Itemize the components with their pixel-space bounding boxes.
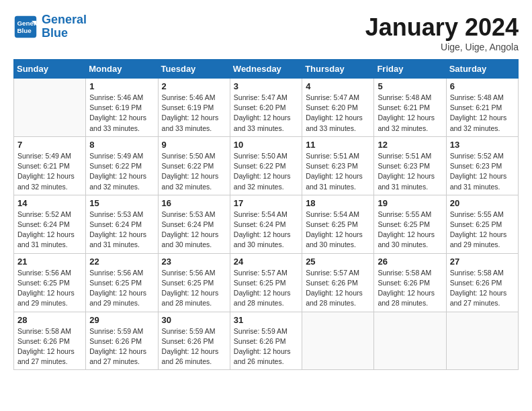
day-info: Sunrise: 5:51 AMSunset: 6:23 PMDaylight:…	[378, 151, 442, 192]
day-info: Sunrise: 5:56 AMSunset: 6:25 PMDaylight:…	[162, 268, 226, 309]
day-number: 12	[378, 140, 442, 150]
day-number: 27	[450, 257, 515, 267]
day-number: 2	[162, 81, 226, 91]
calendar-cell: 5Sunrise: 5:48 AMSunset: 6:21 PMDaylight…	[374, 79, 446, 137]
calendar-cell	[14, 79, 86, 137]
week-row-2: 7Sunrise: 5:49 AMSunset: 6:21 PMDaylight…	[14, 136, 519, 195]
day-info: Sunrise: 5:57 AMSunset: 6:26 PMDaylight:…	[306, 268, 370, 309]
calendar-cell	[446, 312, 518, 370]
svg-text:Blue: Blue	[17, 27, 32, 34]
day-number: 10	[234, 140, 298, 150]
day-info: Sunrise: 5:56 AMSunset: 6:25 PMDaylight:…	[17, 268, 82, 309]
day-number: 26	[378, 257, 442, 267]
page-header: General Blue General Blue January 2024 U…	[13, 13, 519, 52]
column-header-thursday: Thursday	[302, 60, 374, 79]
day-number: 14	[17, 198, 82, 208]
day-number: 22	[89, 257, 154, 267]
day-info: Sunrise: 5:47 AMSunset: 6:20 PMDaylight:…	[306, 93, 370, 134]
day-info: Sunrise: 5:50 AMSunset: 6:22 PMDaylight:…	[234, 151, 298, 192]
calendar-cell	[302, 312, 374, 370]
day-number: 11	[306, 140, 370, 150]
calendar-cell: 18Sunrise: 5:54 AMSunset: 6:25 PMDayligh…	[302, 195, 374, 253]
day-number: 3	[234, 81, 298, 91]
calendar-cell: 11Sunrise: 5:51 AMSunset: 6:23 PMDayligh…	[302, 136, 374, 195]
calendar-cell: 14Sunrise: 5:52 AMSunset: 6:24 PMDayligh…	[14, 195, 86, 253]
calendar-cell: 6Sunrise: 5:48 AMSunset: 6:21 PMDaylight…	[446, 79, 518, 137]
day-info: Sunrise: 5:46 AMSunset: 6:19 PMDaylight:…	[89, 93, 154, 134]
day-number: 30	[162, 315, 226, 325]
calendar-cell: 2Sunrise: 5:46 AMSunset: 6:19 PMDaylight…	[158, 79, 230, 137]
day-info: Sunrise: 5:55 AMSunset: 6:25 PMDaylight:…	[450, 210, 515, 250]
day-info: Sunrise: 5:46 AMSunset: 6:19 PMDaylight:…	[162, 93, 226, 134]
day-number: 6	[450, 81, 515, 91]
calendar-cell: 7Sunrise: 5:49 AMSunset: 6:21 PMDaylight…	[14, 136, 86, 195]
day-info: Sunrise: 5:50 AMSunset: 6:22 PMDaylight:…	[162, 151, 226, 192]
day-info: Sunrise: 5:59 AMSunset: 6:26 PMDaylight:…	[89, 326, 154, 367]
calendar-cell: 25Sunrise: 5:57 AMSunset: 6:26 PMDayligh…	[302, 253, 374, 312]
day-info: Sunrise: 5:59 AMSunset: 6:26 PMDaylight:…	[162, 326, 226, 367]
day-info: Sunrise: 5:52 AMSunset: 6:24 PMDaylight:…	[17, 210, 82, 250]
logo-icon: General Blue	[13, 15, 38, 39]
calendar-cell: 1Sunrise: 5:46 AMSunset: 6:19 PMDaylight…	[86, 79, 158, 137]
calendar-cell: 30Sunrise: 5:59 AMSunset: 6:26 PMDayligh…	[158, 312, 230, 370]
day-number: 28	[17, 315, 82, 325]
calendar-cell: 22Sunrise: 5:56 AMSunset: 6:25 PMDayligh…	[86, 253, 158, 312]
calendar-cell: 13Sunrise: 5:52 AMSunset: 6:23 PMDayligh…	[446, 136, 518, 195]
title-block: January 2024 Uige, Uige, Angola	[365, 13, 519, 52]
calendar-cell: 31Sunrise: 5:59 AMSunset: 6:26 PMDayligh…	[230, 312, 302, 370]
calendar-cell: 8Sunrise: 5:49 AMSunset: 6:22 PMDaylight…	[86, 136, 158, 195]
day-info: Sunrise: 5:58 AMSunset: 6:26 PMDaylight:…	[450, 268, 515, 309]
location-subtitle: Uige, Uige, Angola	[365, 42, 519, 52]
column-header-friday: Friday	[374, 60, 446, 79]
calendar-cell: 27Sunrise: 5:58 AMSunset: 6:26 PMDayligh…	[446, 253, 518, 312]
column-header-wednesday: Wednesday	[230, 60, 302, 79]
calendar-cell: 3Sunrise: 5:47 AMSunset: 6:20 PMDaylight…	[230, 79, 302, 137]
day-number: 19	[378, 198, 442, 208]
calendar-cell: 29Sunrise: 5:59 AMSunset: 6:26 PMDayligh…	[86, 312, 158, 370]
calendar-cell: 19Sunrise: 5:55 AMSunset: 6:25 PMDayligh…	[374, 195, 446, 253]
day-number: 18	[306, 198, 370, 208]
day-number: 20	[450, 198, 515, 208]
day-number: 5	[378, 81, 442, 91]
logo: General Blue General Blue	[13, 13, 87, 40]
week-row-5: 28Sunrise: 5:58 AMSunset: 6:26 PMDayligh…	[14, 312, 519, 370]
day-number: 9	[162, 140, 226, 150]
day-info: Sunrise: 5:53 AMSunset: 6:24 PMDaylight:…	[89, 210, 154, 250]
day-number: 13	[450, 140, 515, 150]
day-number: 21	[17, 257, 82, 267]
week-row-3: 14Sunrise: 5:52 AMSunset: 6:24 PMDayligh…	[14, 195, 519, 253]
calendar-cell: 16Sunrise: 5:53 AMSunset: 6:24 PMDayligh…	[158, 195, 230, 253]
day-info: Sunrise: 5:58 AMSunset: 6:26 PMDaylight:…	[17, 326, 82, 367]
day-info: Sunrise: 5:52 AMSunset: 6:23 PMDaylight:…	[450, 151, 515, 192]
day-number: 1	[89, 81, 154, 91]
day-info: Sunrise: 5:57 AMSunset: 6:25 PMDaylight:…	[234, 268, 298, 309]
day-number: 7	[17, 140, 82, 150]
logo-text: General Blue	[42, 13, 87, 40]
day-info: Sunrise: 5:47 AMSunset: 6:20 PMDaylight:…	[234, 93, 298, 134]
day-info: Sunrise: 5:49 AMSunset: 6:22 PMDaylight:…	[89, 151, 154, 192]
day-number: 25	[306, 257, 370, 267]
column-header-sunday: Sunday	[14, 60, 86, 79]
calendar-cell: 10Sunrise: 5:50 AMSunset: 6:22 PMDayligh…	[230, 136, 302, 195]
day-number: 24	[234, 257, 298, 267]
day-number: 15	[89, 198, 154, 208]
week-row-4: 21Sunrise: 5:56 AMSunset: 6:25 PMDayligh…	[14, 253, 519, 312]
day-info: Sunrise: 5:48 AMSunset: 6:21 PMDaylight:…	[450, 93, 515, 134]
calendar-cell: 24Sunrise: 5:57 AMSunset: 6:25 PMDayligh…	[230, 253, 302, 312]
day-number: 23	[162, 257, 226, 267]
week-row-1: 1Sunrise: 5:46 AMSunset: 6:19 PMDaylight…	[14, 79, 519, 137]
day-info: Sunrise: 5:53 AMSunset: 6:24 PMDaylight:…	[162, 210, 226, 250]
calendar-cell: 9Sunrise: 5:50 AMSunset: 6:22 PMDaylight…	[158, 136, 230, 195]
day-info: Sunrise: 5:51 AMSunset: 6:23 PMDaylight:…	[306, 151, 370, 192]
day-number: 16	[162, 198, 226, 208]
calendar-cell: 4Sunrise: 5:47 AMSunset: 6:20 PMDaylight…	[302, 79, 374, 137]
day-number: 29	[89, 315, 154, 325]
calendar-cell: 12Sunrise: 5:51 AMSunset: 6:23 PMDayligh…	[374, 136, 446, 195]
calendar-cell: 17Sunrise: 5:54 AMSunset: 6:24 PMDayligh…	[230, 195, 302, 253]
day-info: Sunrise: 5:54 AMSunset: 6:25 PMDaylight:…	[306, 210, 370, 250]
day-info: Sunrise: 5:55 AMSunset: 6:25 PMDaylight:…	[378, 210, 442, 250]
column-header-monday: Monday	[86, 60, 158, 79]
month-title: January 2024	[365, 13, 519, 42]
day-info: Sunrise: 5:49 AMSunset: 6:21 PMDaylight:…	[17, 151, 82, 192]
day-info: Sunrise: 5:59 AMSunset: 6:26 PMDaylight:…	[234, 326, 298, 367]
